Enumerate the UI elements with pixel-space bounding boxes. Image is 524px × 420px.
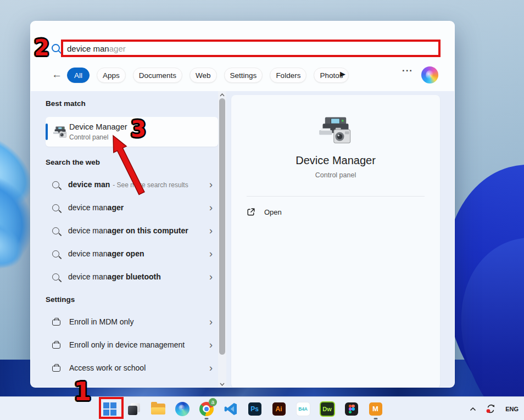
settings-result-row[interactable]: Export your management log files ›: [46, 379, 218, 388]
scroll-down-icon[interactable]: [218, 380, 226, 388]
settings-result-label: Enroll only in device management: [69, 340, 185, 349]
illustrator-button[interactable]: Ai: [271, 401, 286, 417]
tab-settings[interactable]: Settings: [224, 68, 263, 83]
best-match-heading: Best match: [46, 99, 86, 108]
settings-result-row[interactable]: Access work or school ›: [46, 356, 218, 379]
file-explorer-button[interactable]: [150, 401, 165, 417]
settings-result-row[interactable]: Enroll in MDM only ›: [46, 310, 218, 333]
b4a-button[interactable]: B4A: [296, 401, 310, 417]
illustrator-icon: Ai: [272, 402, 286, 416]
search-icon: [52, 250, 59, 257]
search-icon: [52, 227, 59, 234]
search-filter-tabs: All Apps Documents Web Settings Folders …: [67, 68, 349, 83]
search-results-body: Best match Device Manager Control panel …: [31, 91, 454, 388]
search-icon: [52, 181, 59, 188]
tab-documents[interactable]: Documents: [133, 68, 182, 83]
open-label: Open: [264, 208, 282, 216]
photoshop-icon: Ps: [248, 402, 261, 416]
tab-web[interactable]: Web: [189, 68, 217, 83]
web-suggestion-row[interactable]: device manager on this computer ›: [46, 219, 218, 242]
device-manager-icon-large: [318, 113, 353, 148]
figma-button[interactable]: [344, 401, 359, 417]
copilot-icon[interactable]: [421, 66, 438, 83]
start-button[interactable]: [102, 401, 117, 417]
figma-icon: [345, 402, 358, 416]
search-icon: [52, 273, 59, 281]
open-external-icon: [247, 208, 255, 216]
scrollbar-thumb[interactable]: [219, 98, 225, 355]
best-match-title: Device Manager: [69, 122, 127, 131]
back-arrow-icon[interactable]: ←: [52, 69, 62, 81]
chevron-right-icon[interactable]: ›: [209, 272, 213, 282]
chevron-right-icon[interactable]: ›: [209, 340, 213, 350]
tab-folders[interactable]: Folders: [270, 68, 306, 83]
suggestion-text: device man: [68, 272, 108, 281]
running-indicator: [374, 418, 377, 419]
settings-result-label: Enroll in MDM only: [69, 317, 133, 326]
chevron-right-icon[interactable]: ›: [209, 317, 213, 327]
chevron-right-icon[interactable]: ›: [209, 386, 213, 388]
chevron-right-icon[interactable]: ›: [209, 203, 213, 212]
photoshop-button[interactable]: Ps: [247, 401, 262, 417]
settings-result-label: Export your management log files: [69, 387, 184, 388]
suggestion-text: device man: [68, 249, 108, 258]
suggestion-note: - See more search results: [113, 181, 188, 189]
web-suggestion-row[interactable]: device man- See more search results ›: [46, 173, 218, 196]
device-manager-icon: [53, 125, 68, 139]
chevron-right-icon[interactable]: ›: [209, 249, 213, 259]
task-view-button[interactable]: [126, 401, 141, 417]
web-suggestion-row[interactable]: device manager open ›: [46, 242, 218, 265]
chevron-right-icon[interactable]: ›: [209, 363, 213, 373]
scroll-up-icon[interactable]: [218, 91, 226, 99]
b4a-icon: B4A: [297, 402, 310, 416]
more-tabs-icon[interactable]: ▶: [340, 70, 345, 78]
briefcase-icon: [52, 320, 60, 326]
vscode-button[interactable]: [223, 401, 238, 417]
suggestion-text: device man: [68, 203, 108, 212]
result-preview-pane: Device Manager Control panel Open: [231, 95, 440, 388]
search-the-web-heading: Search the web: [46, 158, 100, 166]
selection-accent-bar: [46, 124, 48, 140]
edge-icon: [175, 402, 189, 416]
edge-button[interactable]: [175, 401, 189, 417]
tab-all[interactable]: All: [67, 68, 90, 83]
best-match-subtitle: Control panel: [69, 133, 108, 141]
dreamweaver-button[interactable]: Dw: [320, 401, 335, 417]
folder-icon: [151, 404, 165, 415]
system-tray: ENG: [470, 397, 519, 420]
suggestion-text: device man: [68, 180, 110, 189]
suggestion-text: device man: [68, 226, 108, 235]
task-view-icon: [127, 402, 141, 416]
search-header: device manager ← All Apps Documents Web …: [31, 21, 454, 91]
tab-apps[interactable]: Apps: [97, 68, 126, 83]
results-scrollbar[interactable]: [218, 91, 226, 388]
running-indicator: [204, 418, 208, 419]
app-m-icon: M: [369, 402, 382, 416]
search-icon: [52, 44, 60, 52]
search-input[interactable]: device manager: [61, 40, 441, 57]
search-completion-text: ager: [109, 44, 126, 53]
windows-logo-icon: [103, 402, 116, 416]
search-query-text: device man: [67, 44, 109, 53]
overflow-menu-icon[interactable]: ···: [402, 65, 413, 76]
chevron-right-icon[interactable]: ›: [209, 180, 213, 189]
vscode-icon: [224, 402, 238, 416]
sync-status-icon[interactable]: [486, 404, 496, 414]
settings-heading: Settings: [46, 295, 75, 304]
chrome-profile-badge: a: [209, 398, 217, 406]
web-suggestion-row[interactable]: device manager bluetooth ›: [46, 265, 218, 288]
language-indicator[interactable]: ENG: [505, 406, 519, 412]
web-suggestion-row[interactable]: device manager ›: [46, 196, 218, 219]
open-action[interactable]: Open: [247, 204, 287, 220]
settings-result-row[interactable]: Enroll only in device management ›: [46, 333, 218, 356]
start-menu-search-panel: device manager ← All Apps Documents Web …: [30, 21, 455, 388]
dreamweaver-icon: Dw: [321, 402, 334, 416]
app-m-button[interactable]: M: [368, 401, 383, 417]
chrome-button[interactable]: a: [199, 401, 214, 417]
tray-chevron-up-icon[interactable]: [470, 407, 476, 411]
chevron-right-icon[interactable]: ›: [209, 226, 213, 236]
briefcase-icon: [52, 343, 60, 349]
taskbar: a Ps Ai B4A Dw M: [0, 396, 524, 420]
settings-result-label: Access work or school: [69, 363, 146, 372]
best-match-result[interactable]: Device Manager Control panel: [46, 117, 218, 147]
